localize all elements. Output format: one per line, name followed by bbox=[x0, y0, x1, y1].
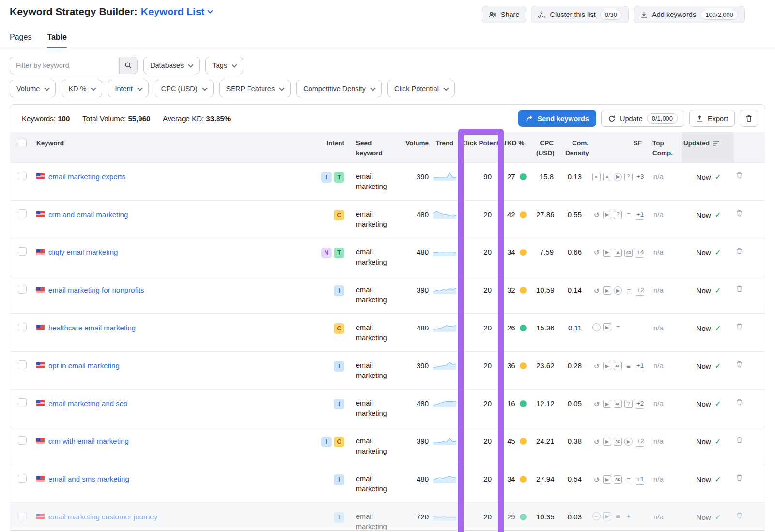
intent-badge-n: N bbox=[321, 248, 332, 258]
column-header-kd[interactable]: KD % bbox=[507, 132, 536, 163]
keyword-link[interactable]: crm with email marketing bbox=[48, 436, 129, 447]
delete-keyword-button[interactable] bbox=[734, 172, 743, 179]
serp-features-more[interactable]: +1 bbox=[636, 361, 644, 371]
intent-filter-dropdown[interactable]: Intent bbox=[108, 80, 148, 97]
click-potential-filter-dropdown[interactable]: Click Potential bbox=[388, 80, 455, 97]
keyword-link[interactable]: email marketing for nonprofits bbox=[48, 285, 144, 296]
keyword-link[interactable]: healthcare email marketing bbox=[48, 323, 136, 333]
trend-sparkline bbox=[433, 436, 456, 446]
check-icon: ✓ bbox=[715, 172, 721, 183]
serp-features-more[interactable]: +2 bbox=[636, 285, 644, 296]
sort-descending-icon bbox=[713, 141, 720, 146]
update-label: Update bbox=[620, 115, 643, 123]
delete-keyword-button[interactable] bbox=[734, 512, 743, 519]
tags-dropdown[interactable]: Tags bbox=[205, 57, 243, 74]
delete-keyword-button[interactable] bbox=[734, 247, 743, 255]
cpc-value: 24.21 bbox=[536, 427, 565, 465]
volume-filter-label: Volume bbox=[16, 85, 40, 93]
keyword-list-selector[interactable]: Keyword List bbox=[141, 6, 205, 17]
row-checkbox[interactable] bbox=[18, 360, 27, 369]
table-row: opt in email marketingIemail marketing39… bbox=[10, 352, 765, 390]
row-checkbox[interactable] bbox=[18, 474, 27, 483]
export-icon bbox=[696, 115, 703, 122]
row-checkbox[interactable] bbox=[18, 247, 27, 256]
column-header-updated[interactable]: Updated bbox=[682, 132, 734, 163]
row-checkbox[interactable] bbox=[18, 398, 27, 407]
serp-features-cell: ↺▶AD▶+2 bbox=[592, 437, 650, 447]
kd-cell: 36 bbox=[507, 360, 536, 371]
updated-value: Now bbox=[697, 323, 711, 334]
keyword-link[interactable]: email marketing experts bbox=[48, 172, 125, 182]
row-checkbox[interactable] bbox=[18, 172, 27, 180]
add-keywords-button[interactable]: Add keywords 100/2,000 bbox=[634, 6, 745, 23]
serp-features-more[interactable]: +2 bbox=[636, 399, 644, 409]
serp-features-more[interactable]: +1 bbox=[636, 474, 644, 485]
com-density-value: 0.05 bbox=[565, 390, 592, 427]
column-header-com-density[interactable]: Com. Density bbox=[565, 132, 592, 163]
serp-features-filter-label: SERP Features bbox=[226, 85, 275, 93]
check-icon: ✓ bbox=[715, 360, 721, 372]
row-checkbox[interactable] bbox=[18, 512, 27, 520]
column-header-volume[interactable]: Volume bbox=[393, 132, 429, 163]
image-icon: ▲ bbox=[603, 173, 611, 181]
cluster-list-button[interactable]: Cluster this list 0/30 bbox=[531, 6, 629, 23]
volume-filter-dropdown[interactable]: Volume bbox=[10, 80, 56, 97]
competitive-density-filter-dropdown[interactable]: Competitive Density bbox=[296, 80, 382, 97]
row-checkbox[interactable] bbox=[18, 436, 27, 445]
update-button[interactable]: Update 0/1,000 bbox=[601, 110, 684, 127]
delete-keyword-button[interactable] bbox=[734, 398, 743, 406]
keyword-cell: cliqly email marketing bbox=[33, 247, 305, 258]
trend-sparkline bbox=[433, 360, 456, 370]
snippet-icon: ✦ bbox=[624, 512, 633, 520]
cpc-filter-label: CPC (USD) bbox=[161, 85, 198, 93]
serp-features-more[interactable]: +3 bbox=[636, 172, 644, 182]
delete-keyword-button[interactable] bbox=[734, 209, 743, 217]
volume-value: 390 bbox=[393, 276, 429, 314]
serp-features-more[interactable]: +1 bbox=[636, 210, 644, 220]
check-icon: ✓ bbox=[715, 285, 721, 296]
kd-value: 16 bbox=[507, 398, 515, 409]
keyword-link[interactable]: cliqly email marketing bbox=[48, 247, 118, 258]
share-button[interactable]: Share bbox=[482, 6, 527, 23]
keyword-link[interactable]: email and sms marketing bbox=[48, 474, 129, 485]
row-checkbox[interactable] bbox=[18, 285, 27, 294]
keyword-link[interactable]: opt in email marketing bbox=[48, 360, 120, 371]
tab-pages[interactable]: Pages bbox=[10, 33, 31, 48]
serp-features-cell: –▶≡ bbox=[592, 323, 650, 331]
keyword-filter-input[interactable] bbox=[10, 57, 119, 74]
videobox-icon: ▶ bbox=[603, 512, 611, 520]
cpc-filter-dropdown[interactable]: CPC (USD) bbox=[155, 80, 214, 97]
tab-table[interactable]: Table bbox=[47, 33, 67, 48]
delete-keyword-button[interactable] bbox=[734, 360, 743, 368]
delete-keyword-button[interactable] bbox=[734, 474, 743, 482]
keyword-link[interactable]: crm and email marketing bbox=[48, 209, 128, 220]
top-comp-value: n/a bbox=[650, 465, 682, 503]
select-all-checkbox[interactable] bbox=[18, 139, 27, 147]
volume-value: 720 bbox=[393, 503, 429, 531]
delete-keyword-button[interactable] bbox=[734, 285, 743, 293]
databases-dropdown[interactable]: Databases bbox=[143, 57, 200, 74]
kd-filter-dropdown[interactable]: KD % bbox=[62, 80, 102, 97]
delete-selected-button[interactable] bbox=[740, 110, 758, 127]
delete-keyword-button[interactable] bbox=[734, 436, 743, 444]
row-checkbox[interactable] bbox=[18, 323, 27, 331]
export-button[interactable]: Export bbox=[689, 110, 735, 127]
intent-badges: NT bbox=[321, 248, 344, 258]
us-flag-icon bbox=[36, 211, 45, 217]
column-header-cpc[interactable]: CPC (USD) bbox=[536, 132, 565, 163]
row-checkbox[interactable] bbox=[18, 209, 27, 218]
kd-cell: 32 bbox=[507, 285, 536, 296]
volume-value: 480 bbox=[393, 201, 429, 238]
send-keywords-button[interactable]: Send keywords bbox=[518, 110, 596, 127]
search-button[interactable] bbox=[119, 57, 138, 74]
intent-badges: IT bbox=[321, 172, 344, 183]
intent-badge-c: C bbox=[334, 437, 344, 447]
serp-features-more[interactable]: +4 bbox=[636, 248, 644, 258]
column-header-click-potential[interactable]: Click Potential bbox=[461, 132, 507, 163]
delete-keyword-button[interactable] bbox=[734, 323, 743, 330]
list-icon: ≡ bbox=[614, 512, 622, 520]
serp-features-filter-dropdown[interactable]: SERP Features bbox=[219, 80, 291, 97]
serp-features-more[interactable]: +2 bbox=[636, 437, 644, 447]
keyword-link[interactable]: email marketing customer journey bbox=[48, 512, 157, 522]
keyword-link[interactable]: email marketing and seo bbox=[48, 398, 127, 409]
